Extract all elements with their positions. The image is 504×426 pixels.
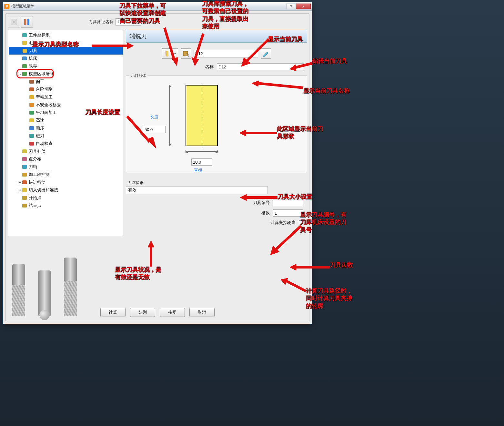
annotation-calc-holder: 计算刀具路径时， 同时计算刀具夹持 的轮廓 <box>306 287 352 310</box>
tool-database-button[interactable] <box>181 48 191 59</box>
svg-rect-19 <box>22 157 27 161</box>
svg-rect-7 <box>22 64 27 68</box>
dialog-model-area-clearance: P 模型区域清除 ? x 刀具路径名称 工件坐标系毛坯刀具机床限界[-] <box>3 2 312 324</box>
machine-icon <box>22 56 27 61</box>
points-icon <box>22 157 27 162</box>
tree-item-label: 高速 <box>36 117 44 123</box>
tree-view[interactable]: 工件坐标系毛坯刀具机床限界[-]模型区域清除偏置台阶切削壁精加工不安全段移去平坦… <box>8 30 124 236</box>
offset-icon <box>29 79 35 84</box>
length-input[interactable] <box>143 126 166 133</box>
tree-item-label: 平坦面加工 <box>36 110 57 116</box>
tool-edit-button[interactable] <box>261 48 271 59</box>
tree-item-start[interactable]: 开始点 <box>9 194 123 202</box>
tree-item-check[interactable]: 自动检查 <box>9 140 123 147</box>
tree-item-label: 加工轴控制 <box>29 172 50 178</box>
tool-shape-diagram: 直径 <box>169 82 240 166</box>
tool-number-input[interactable] <box>273 199 303 206</box>
approach-icon <box>29 133 35 138</box>
diameter-link[interactable]: 直径 <box>194 167 202 173</box>
calc-holder-label: 计算夹持轮廓 <box>270 220 296 226</box>
tree-item-boundary[interactable]: 限界 <box>9 62 123 70</box>
tree-item-label: 刀具 <box>29 48 37 54</box>
tool-create-dropdown[interactable]: ▼ <box>172 48 178 59</box>
calc-holder-checkbox[interactable] <box>299 220 303 225</box>
tree-item-comp[interactable]: 刀具补偿 <box>9 147 123 155</box>
svg-rect-12 <box>29 103 34 107</box>
tool-state-value: 有效 <box>126 186 268 194</box>
tool-create-button[interactable] <box>162 48 172 59</box>
toolpath-icon-button-2[interactable] <box>21 16 33 28</box>
tree-item-offset[interactable]: 偏置 <box>9 78 123 86</box>
tree-item-label: 切入切出和连接 <box>29 187 58 193</box>
tool-icon <box>22 48 28 53</box>
tree-item-block[interactable]: 毛坯 <box>9 39 123 47</box>
close-button[interactable]: x <box>296 4 311 9</box>
svg-rect-6 <box>22 56 27 60</box>
tree-item-leads[interactable]: [+]切入切出和连接 <box>9 186 123 194</box>
tool-name-label: 名称 <box>205 64 214 70</box>
check-icon <box>29 141 35 146</box>
wall-icon <box>29 95 35 100</box>
start-icon <box>22 195 27 200</box>
svg-rect-10 <box>29 87 34 91</box>
svg-rect-14 <box>29 118 34 122</box>
tool-number-label: 刀具编号 <box>253 200 270 206</box>
pencil-icon <box>263 50 269 57</box>
tool-state-legend: 刀具状态 <box>126 180 307 186</box>
queue-button[interactable]: 队列 <box>130 308 155 317</box>
tool-select-value: D12 <box>195 51 203 56</box>
tree-item-label: 不安全段移去 <box>36 102 61 108</box>
tree-item-unsafe[interactable]: 不安全段移去 <box>9 101 123 109</box>
tool-name-input[interactable] <box>217 63 304 70</box>
tree-item-order[interactable]: 顺序 <box>9 124 123 132</box>
svg-rect-9 <box>29 80 34 84</box>
toolpath-icon-button-1[interactable] <box>8 16 20 28</box>
tree-item-step[interactable]: 台阶切削 <box>9 86 123 93</box>
tree-item-wall[interactable]: 壁精加工 <box>9 93 123 101</box>
svg-rect-24 <box>22 196 27 200</box>
help-button[interactable]: ? <box>286 4 296 9</box>
tree-item-points[interactable]: 点分布 <box>9 155 123 163</box>
tree-item-approach[interactable]: 进刀 <box>9 132 123 140</box>
tree-item-axis[interactable]: 工件坐标系 <box>9 31 123 39</box>
leads-icon <box>22 188 27 193</box>
toolpath-name-input[interactable] <box>116 18 141 25</box>
flutes-label: 槽数 <box>261 210 270 216</box>
tree-item-axis2[interactable]: 刀轴 <box>9 163 123 171</box>
length-link[interactable]: 长度 <box>150 114 158 120</box>
cancel-button[interactable]: 取消 <box>189 308 215 317</box>
tree-item-machaxis[interactable]: 加工轴控制 <box>9 171 123 178</box>
tool-select-combo[interactable]: D12 ▼ <box>194 50 258 57</box>
tree-item-label: 顺序 <box>36 125 44 131</box>
annotation-tool-teeth: 刀具齿数 <box>330 261 353 269</box>
tree-item-label: 限界 <box>29 63 37 69</box>
flutes-input[interactable] <box>273 209 303 217</box>
tool-shape-rect <box>186 85 218 146</box>
tree-item-label: 结束点 <box>29 203 41 208</box>
tree-item-strategy[interactable]: [-]模型区域清除 <box>9 70 123 78</box>
database-search-icon <box>183 50 189 57</box>
order-icon <box>29 126 35 131</box>
tree-item-end[interactable]: 结束点 <box>9 202 123 209</box>
accept-button[interactable]: 接受 <box>160 308 185 317</box>
tree-item-label: 毛坯 <box>29 40 37 46</box>
chevron-down-icon: ▼ <box>254 52 257 55</box>
tree-item-machine[interactable]: 机床 <box>9 55 123 62</box>
tree-item-label: 机床 <box>29 56 37 61</box>
app-icon: P <box>4 4 9 9</box>
tree-item-tool[interactable]: 刀具 <box>9 47 123 55</box>
calculate-button[interactable]: 计算 <box>100 308 126 317</box>
svg-rect-22 <box>22 180 27 184</box>
svg-rect-25 <box>22 204 27 208</box>
step-icon <box>29 87 35 92</box>
diameter-input[interactable] <box>191 158 212 166</box>
end-icon <box>22 203 27 208</box>
geometry-legend: 几何形体 <box>129 73 147 78</box>
window-title: 模型区域清除 <box>11 4 286 9</box>
titlebar[interactable]: P 模型区域清除 ? x <box>3 2 312 11</box>
tree-item-rapid[interactable]: [+]快进移动 <box>9 178 123 186</box>
machaxis-icon <box>22 172 27 177</box>
svg-rect-15 <box>29 126 34 130</box>
tree-item-flat[interactable]: 平坦面加工 <box>9 109 123 117</box>
tree-item-speed[interactable]: 高速 <box>9 117 123 124</box>
